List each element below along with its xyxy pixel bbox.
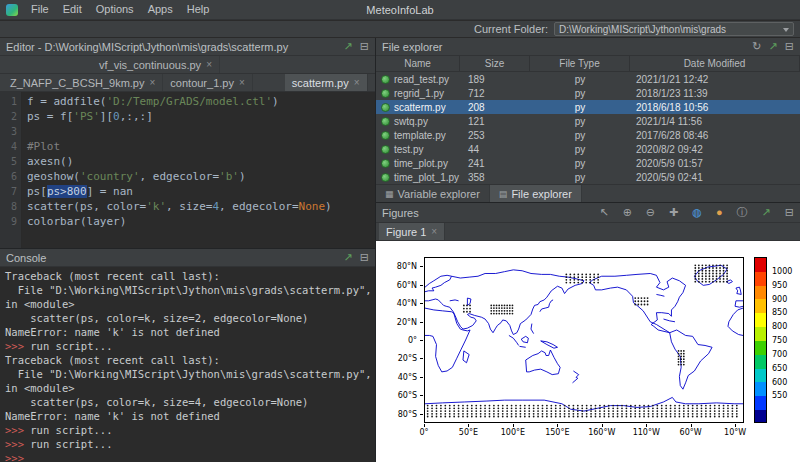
column-header-date-modified[interactable]: Date Modified [630, 56, 800, 71]
float-icon[interactable]: ↗ [769, 41, 778, 52]
editor-tab[interactable]: vf_vis_continuous.py× [92, 56, 220, 73]
figure-canvas[interactable]: 0°50°E100°E150°E160°W110°W60°W10°W80°N60… [376, 241, 800, 462]
coastline [573, 371, 579, 383]
pan-icon[interactable]: ✚ [669, 207, 678, 218]
info-icon[interactable]: ⓘ [737, 207, 748, 218]
x-tick-label: 0° [419, 428, 428, 437]
table-row[interactable]: template.py253py2017/6/28 08:46 [376, 128, 800, 142]
column-header-name[interactable]: Name [376, 56, 460, 71]
zoom-out-icon[interactable]: ⊖ [646, 207, 655, 218]
figures-header: Figures ↖⊕⊖✚◍●ⓘ↗⊟ [376, 203, 800, 223]
py-file-icon [381, 103, 390, 112]
table-row[interactable]: read_test.py189py2021/1/21 12:42 [376, 72, 800, 86]
x-tick-label: 50°E [459, 428, 478, 437]
code-line: axesn() [27, 154, 375, 169]
globe-icon[interactable]: ◍ [692, 207, 702, 218]
zoom-in-icon[interactable]: ⊕ [623, 207, 632, 218]
y-tick-label: 20°N [376, 318, 417, 327]
console-line: NameError: name 'k' is not defined [5, 409, 375, 423]
y-tick-label: 80°N [376, 262, 417, 271]
refresh-icon[interactable]: ↻ [752, 41, 761, 52]
close-icon[interactable]: × [431, 226, 437, 237]
table-row[interactable]: time_plot.py241py2020/5/9 01:57 [376, 156, 800, 170]
menu-options[interactable]: Options [89, 0, 141, 19]
coastline [425, 275, 452, 291]
table-row[interactable]: swtq.py121py2021/1/4 11:56 [376, 114, 800, 128]
coastline [589, 273, 685, 332]
console-output[interactable]: Traceback (most recent call last): File … [0, 267, 375, 462]
column-header-file-type[interactable]: File Type [530, 56, 630, 71]
file-table-body: read_test.py189py2021/1/21 12:42regrid_1… [376, 72, 800, 184]
table-row[interactable]: regrid_1.py712py2018/1/23 11:39 [376, 86, 800, 100]
collapse-icon[interactable]: ⊟ [360, 252, 369, 263]
figure-tab-row: Figure 1 × [376, 223, 800, 241]
identify-icon[interactable]: ● [716, 207, 723, 218]
close-icon[interactable]: × [239, 77, 245, 88]
table-row[interactable]: test.py44py2020/8/2 09:42 [376, 142, 800, 156]
column-header-size[interactable]: Size [460, 56, 530, 71]
code-editor[interactable]: 123456789 f = addfile('D:/Temp/GrADS/mod… [0, 92, 375, 248]
colorbar [754, 257, 767, 423]
close-icon[interactable]: × [206, 59, 212, 70]
menu-apps[interactable]: Apps [141, 0, 180, 19]
code-line: ps[ps>800] = nan [27, 184, 375, 199]
current-folder-label: Current Folder: [474, 23, 548, 35]
coastline [736, 287, 741, 294]
float-icon[interactable]: ↗ [762, 207, 771, 218]
line-number: 3 [0, 124, 17, 139]
select-arrow-icon[interactable]: ↖ [599, 207, 608, 218]
collapse-icon[interactable]: ⊟ [785, 207, 794, 218]
code-line: colorbar(layer) [27, 214, 375, 229]
float-icon[interactable]: ↗ [344, 252, 353, 263]
colorbar-label: 600 [772, 378, 787, 387]
collapse-icon[interactable]: ⊟ [785, 41, 794, 52]
line-number-gutter: 123456789 [0, 92, 22, 248]
console-line: >>> run script... [5, 437, 375, 451]
map-axes-frame [424, 257, 744, 423]
tab-file-explorer[interactable]: ▤File explorer [490, 185, 582, 202]
menu-edit[interactable]: Edit [56, 0, 89, 19]
x-tick-label: 100°E [501, 428, 525, 437]
collapse-icon[interactable]: ⊟ [360, 41, 369, 52]
line-number: 5 [0, 154, 17, 169]
console-line: in <module> [5, 297, 375, 311]
table-row[interactable]: time_plot_1.py358py2020/5/9 02:41 [376, 170, 800, 184]
top-toolbar: Current Folder: D:\Working\MIScript\Jyth… [0, 21, 800, 38]
py-file-icon [381, 159, 390, 168]
table-row[interactable]: scatterm.py208py2018/6/18 10:56 [376, 100, 800, 114]
current-folder-combo[interactable]: D:\Working\MIScript\Jython\mis\grads [554, 22, 794, 36]
tab-variable-explorer[interactable]: ▦Variable explorer [376, 185, 490, 202]
figure-tab-label: Figure 1 [386, 226, 426, 238]
code-line: geoshow('country', edgecolor='b') [27, 169, 375, 184]
app-logo-icon [6, 4, 18, 16]
menu-file[interactable]: File [24, 0, 56, 19]
close-icon[interactable]: × [150, 77, 156, 88]
console-line: scatter(ps, color=k, size=2, edgecolor=N… [5, 311, 375, 325]
console-line: scatter(ps, color=k, size=4, edgecolor=N… [5, 395, 375, 409]
y-tick-label: 80°S [376, 410, 417, 419]
editor-tab[interactable]: contour_1.py× [163, 74, 252, 91]
tab-label: Z_NAFP_C_BCSH_9km.py [10, 77, 145, 89]
tab-icon: ▦ [385, 189, 394, 199]
colorbar-label: 950 [772, 281, 787, 290]
coastline [531, 324, 534, 334]
editor-tab[interactable]: scatterm.py× [285, 74, 368, 91]
figures-toolbar: ↖⊕⊖✚◍●ⓘ↗⊟ [592, 207, 794, 218]
menu-help[interactable]: Help [180, 0, 217, 19]
colorbar-label: 700 [772, 350, 787, 359]
line-number: 7 [0, 184, 17, 199]
editor-header-icons: ↗⊟ [337, 41, 369, 52]
close-icon[interactable]: × [354, 77, 360, 88]
y-tick-label: 20°S [376, 354, 417, 363]
figures-title: Figures [382, 207, 419, 219]
prompt: >>> [5, 438, 24, 450]
figure-tab[interactable]: Figure 1 × [379, 223, 445, 240]
colorbar-label: 750 [772, 336, 787, 345]
editor-tab[interactable]: Z_NAFP_C_BCSH_9km.py× [3, 74, 163, 91]
y-tick-label: 0° [376, 336, 417, 345]
chevron-down-icon [783, 28, 789, 32]
float-icon[interactable]: ↗ [344, 41, 353, 52]
console-line: Traceback (most recent call last): [5, 269, 375, 283]
line-number: 9 [0, 214, 17, 229]
code-text[interactable]: f = addfile('D:/Temp/GrADS/model.ctl')ps… [22, 92, 375, 248]
